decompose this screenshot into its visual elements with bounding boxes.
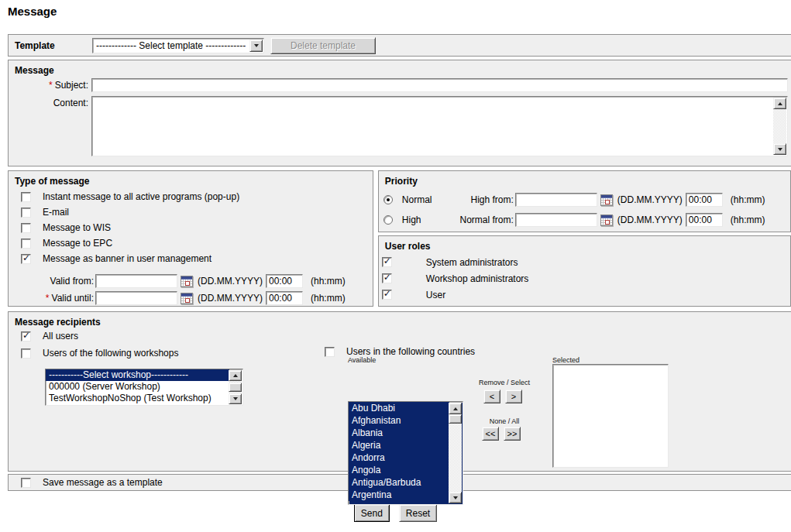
calendar-icon[interactable]: [181, 276, 193, 287]
content-textarea[interactable]: [91, 96, 788, 156]
select-country-button[interactable]: >: [505, 390, 522, 403]
list-item[interactable]: Abu Dhabi: [349, 402, 449, 414]
workshops-row: Users of the following workshops: [21, 348, 178, 359]
normal-from-time-input[interactable]: [686, 213, 723, 227]
countries-selected-listbox[interactable]: [552, 364, 669, 468]
checkbox-label: System administrators: [426, 257, 518, 268]
normal-from-input[interactable]: [515, 213, 597, 227]
list-item[interactable]: TestWorkshopNoShop (Test Workshop): [46, 393, 229, 404]
valid-until-time-input[interactable]: [266, 291, 303, 305]
delete-template-button[interactable]: Delete template: [270, 37, 376, 54]
checkbox-countries[interactable]: [325, 347, 335, 357]
chevron-down-icon[interactable]: [249, 39, 263, 52]
valid-until-input[interactable]: [95, 291, 177, 305]
time-format-label: (hh:mm): [311, 293, 346, 304]
type-option-row: Message to EPC: [9, 235, 373, 251]
list-item[interactable]: Andorra: [349, 451, 449, 464]
scroll-down-icon[interactable]: [229, 393, 242, 404]
scrollbar-thumb[interactable]: [449, 414, 462, 424]
checkbox-label: Users in the following countries: [346, 346, 475, 357]
list-item[interactable]: 000000 (Server Workshop): [46, 381, 229, 393]
time-format-label: (hh:mm): [731, 215, 765, 225]
scrollbar-track[interactable]: [773, 109, 786, 143]
time-format-label: (hh:mm): [311, 276, 346, 287]
scroll-up-icon[interactable]: [773, 98, 786, 109]
checkbox-label: Message as banner in user management: [43, 253, 212, 264]
type-option-row: Message as banner in user management: [9, 251, 373, 266]
remove-select-label: Remove / Select: [475, 379, 534, 386]
arrow-down-icon: [778, 148, 782, 151]
selected-label: Selected: [552, 356, 579, 364]
list-item[interactable]: -----------Select workshop------------: [46, 369, 229, 381]
priority-row: High Normal from: (DD.MM.YYYY) (hh:mm): [379, 211, 790, 229]
priority-row: Normal High from: (DD.MM.YYYY) (hh:mm): [379, 190, 790, 209]
recipients-title: Message recipients: [15, 317, 101, 328]
arrow-up-icon: [778, 102, 782, 105]
list-item[interactable]: Argentina: [349, 489, 449, 501]
arrow-down-icon: [233, 397, 238, 400]
message-section: Message *Subject: Content:: [8, 60, 791, 166]
checkbox-banner-message[interactable]: [21, 254, 31, 264]
template-select[interactable]: ------------- Select template ----------…: [92, 38, 264, 53]
list-item[interactable]: Algeria: [349, 439, 449, 451]
countries-scrollbar[interactable]: [449, 403, 462, 503]
checkbox-message-wis[interactable]: [21, 223, 31, 233]
high-from-time-input[interactable]: [686, 193, 723, 207]
message-recipients-section: Message recipients All users Users of th…: [8, 311, 791, 472]
checkbox-message-epc[interactable]: [21, 239, 31, 249]
checkbox-workshop-admins[interactable]: [382, 273, 392, 283]
required-mark: *: [49, 80, 53, 91]
checkbox-label: Users of the following workshops: [43, 348, 178, 359]
checkbox-label: Message to EPC: [43, 238, 112, 249]
list-item[interactable]: Antigua/Barbuda: [349, 476, 449, 489]
checkbox-instant-message[interactable]: [21, 192, 31, 202]
valid-from-input[interactable]: [95, 274, 177, 288]
list-item[interactable]: Afghanistan: [349, 414, 449, 427]
scroll-down-icon[interactable]: [773, 143, 786, 155]
role-row: User: [379, 287, 790, 303]
valid-until-label: *Valid until:: [19, 293, 94, 304]
workshops-listbox[interactable]: -----------Select workshop------------00…: [45, 369, 243, 406]
scroll-up-icon[interactable]: [449, 403, 462, 414]
checkbox-workshops[interactable]: [21, 348, 31, 359]
scrollbar-thumb[interactable]: [229, 383, 242, 392]
textarea-scrollbar[interactable]: [773, 98, 786, 155]
calendar-icon[interactable]: [600, 215, 613, 226]
all-users-row: All users: [21, 331, 78, 342]
list-item[interactable]: Angola: [349, 464, 449, 476]
list-item[interactable]: Albania: [349, 427, 449, 439]
countries-available-listbox[interactable]: Abu DhabiAfghanistanAlbaniaAlgeriaAndorr…: [348, 401, 463, 505]
selected-list-items: [553, 365, 668, 467]
radio-normal[interactable]: [383, 195, 393, 204]
message-section-title: Message: [9, 60, 791, 78]
calendar-icon[interactable]: [181, 293, 193, 304]
template-select-value: ------------- Select template ----------…: [93, 40, 263, 51]
reset-button[interactable]: Reset: [399, 504, 437, 522]
workshops-scrollbar[interactable]: [229, 370, 242, 404]
valid-from-time-input[interactable]: [266, 274, 303, 288]
checkbox-system-admins[interactable]: [382, 257, 392, 267]
select-none-button[interactable]: <<: [482, 427, 499, 441]
none-all-label: None / All: [475, 417, 534, 425]
checkbox-save-template[interactable]: [21, 478, 31, 488]
radio-label: Normal: [402, 194, 442, 205]
subject-input[interactable]: [91, 78, 788, 92]
checkbox-label: Message to WIS: [43, 222, 111, 233]
calendar-icon[interactable]: [600, 194, 613, 206]
scroll-up-icon[interactable]: [229, 370, 242, 381]
scroll-down-icon[interactable]: [449, 492, 462, 503]
subject-label: *Subject:: [9, 78, 88, 91]
scrollbar-track[interactable]: [449, 424, 462, 492]
type-option-row: Instant message to all active programs (…: [9, 189, 373, 204]
remove-country-button[interactable]: <: [483, 390, 500, 403]
checkbox-label: Save message as a template: [43, 477, 163, 488]
type-of-message-section: Type of message Instant message to all a…: [8, 170, 373, 307]
send-button[interactable]: Send: [354, 504, 390, 522]
checkbox-email[interactable]: [21, 208, 31, 218]
checkbox-all-users[interactable]: [21, 331, 31, 342]
high-from-input[interactable]: [515, 193, 597, 207]
radio-high[interactable]: [383, 215, 393, 225]
date-format-label: (DD.MM.YYYY): [198, 293, 263, 304]
select-all-button[interactable]: >>: [504, 427, 521, 441]
checkbox-user-role[interactable]: [382, 290, 392, 300]
